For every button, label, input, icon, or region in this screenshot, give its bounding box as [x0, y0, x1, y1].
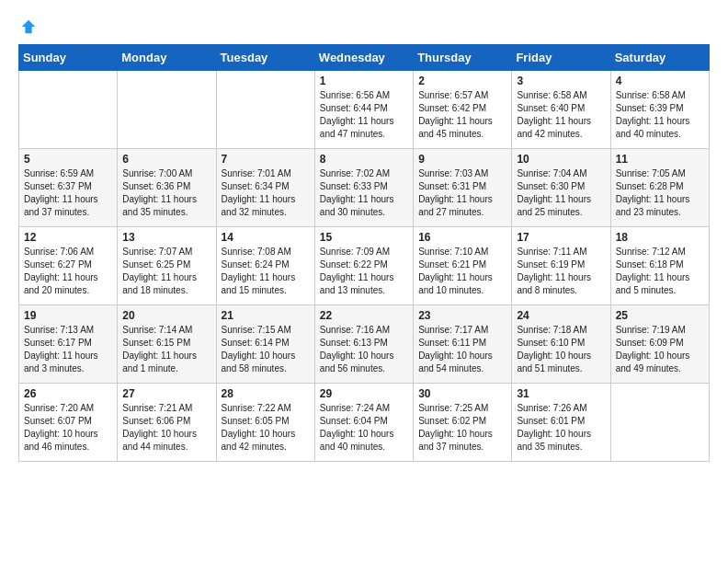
calendar-cell: 28Sunrise: 7:22 AM Sunset: 6:05 PM Dayli… — [216, 384, 314, 462]
day-number: 23 — [418, 309, 506, 322]
day-info: Sunrise: 7:07 AM Sunset: 6:25 PM Dayligh… — [122, 246, 210, 297]
day-number: 19 — [24, 309, 112, 322]
calendar-cell: 4Sunrise: 6:58 AM Sunset: 6:39 PM Daylig… — [610, 71, 709, 149]
day-info: Sunrise: 7:15 AM Sunset: 6:14 PM Dayligh… — [222, 324, 310, 375]
calendar-cell: 25Sunrise: 7:19 AM Sunset: 6:09 PM Dayli… — [610, 305, 709, 384]
day-info: Sunrise: 6:57 AM Sunset: 6:42 PM Dayligh… — [418, 89, 506, 141]
calendar-header-wednesday: Wednesday — [314, 45, 413, 71]
calendar-cell: 11Sunrise: 7:05 AM Sunset: 6:28 PM Dayli… — [610, 149, 709, 227]
day-info: Sunrise: 7:20 AM Sunset: 6:07 PM Dayligh… — [24, 402, 112, 454]
day-number: 15 — [320, 231, 408, 244]
day-info: Sunrise: 7:18 AM Sunset: 6:10 PM Dayligh… — [517, 324, 605, 375]
day-number: 13 — [122, 231, 210, 244]
day-number: 3 — [517, 75, 605, 87]
day-info: Sunrise: 7:10 AM Sunset: 6:21 PM Dayligh… — [418, 246, 506, 297]
calendar-week-row: 26Sunrise: 7:20 AM Sunset: 6:07 PM Dayli… — [19, 384, 710, 462]
day-number: 6 — [122, 153, 210, 166]
calendar-cell: 31Sunrise: 7:26 AM Sunset: 6:01 PM Dayli… — [512, 384, 610, 462]
day-number: 24 — [517, 309, 605, 322]
calendar-cell: 13Sunrise: 7:07 AM Sunset: 6:25 PM Dayli… — [118, 227, 216, 305]
day-info: Sunrise: 7:13 AM Sunset: 6:17 PM Dayligh… — [24, 324, 112, 375]
day-info: Sunrise: 7:14 AM Sunset: 6:15 PM Dayligh… — [122, 324, 210, 375]
day-number: 20 — [122, 309, 210, 322]
day-info: Sunrise: 7:22 AM Sunset: 6:05 PM Dayligh… — [222, 402, 310, 454]
calendar-cell: 3Sunrise: 6:58 AM Sunset: 6:40 PM Daylig… — [512, 71, 610, 149]
calendar-cell: 9Sunrise: 7:03 AM Sunset: 6:31 PM Daylig… — [414, 149, 512, 227]
day-number: 8 — [320, 153, 408, 166]
calendar-cell: 16Sunrise: 7:10 AM Sunset: 6:21 PM Dayli… — [414, 227, 512, 305]
day-number: 25 — [616, 309, 704, 322]
calendar-cell: 22Sunrise: 7:16 AM Sunset: 6:13 PM Dayli… — [314, 305, 413, 384]
day-info: Sunrise: 7:04 AM Sunset: 6:30 PM Dayligh… — [517, 167, 605, 219]
day-info: Sunrise: 7:06 AM Sunset: 6:27 PM Dayligh… — [24, 246, 112, 297]
day-number: 11 — [616, 153, 704, 166]
calendar-cell: 2Sunrise: 6:57 AM Sunset: 6:42 PM Daylig… — [414, 71, 512, 149]
calendar-cell: 19Sunrise: 7:13 AM Sunset: 6:17 PM Dayli… — [19, 305, 118, 384]
calendar-header-tuesday: Tuesday — [216, 45, 314, 71]
day-info: Sunrise: 7:17 AM Sunset: 6:11 PM Dayligh… — [418, 324, 506, 375]
day-info: Sunrise: 7:03 AM Sunset: 6:31 PM Dayligh… — [418, 167, 506, 219]
logo — [18, 18, 39, 35]
day-number: 14 — [222, 231, 310, 244]
day-info: Sunrise: 7:01 AM Sunset: 6:34 PM Dayligh… — [222, 167, 310, 219]
calendar-cell: 8Sunrise: 7:02 AM Sunset: 6:33 PM Daylig… — [314, 149, 413, 227]
calendar-header-thursday: Thursday — [414, 45, 512, 71]
day-info: Sunrise: 7:05 AM Sunset: 6:28 PM Dayligh… — [616, 167, 704, 219]
day-info: Sunrise: 7:21 AM Sunset: 6:06 PM Dayligh… — [122, 402, 210, 454]
calendar-header-row: SundayMondayTuesdayWednesdayThursdayFrid… — [19, 45, 710, 71]
calendar-cell: 17Sunrise: 7:11 AM Sunset: 6:19 PM Dayli… — [512, 227, 610, 305]
day-info: Sunrise: 7:11 AM Sunset: 6:19 PM Dayligh… — [517, 246, 605, 297]
day-number: 22 — [320, 309, 408, 322]
day-number: 29 — [320, 387, 408, 400]
calendar-cell — [19, 71, 118, 149]
day-number: 21 — [222, 309, 310, 322]
calendar-header-saturday: Saturday — [610, 45, 709, 71]
calendar-cell: 23Sunrise: 7:17 AM Sunset: 6:11 PM Dayli… — [414, 305, 512, 384]
calendar-cell: 15Sunrise: 7:09 AM Sunset: 6:22 PM Dayli… — [314, 227, 413, 305]
calendar-cell: 26Sunrise: 7:20 AM Sunset: 6:07 PM Dayli… — [19, 384, 118, 462]
calendar-week-row: 19Sunrise: 7:13 AM Sunset: 6:17 PM Dayli… — [19, 305, 710, 384]
day-number: 12 — [24, 231, 112, 244]
day-number: 28 — [222, 387, 310, 400]
page-header — [18, 18, 710, 35]
day-info: Sunrise: 7:25 AM Sunset: 6:02 PM Dayligh… — [418, 402, 506, 454]
calendar-cell: 6Sunrise: 7:00 AM Sunset: 6:36 PM Daylig… — [118, 149, 216, 227]
day-info: Sunrise: 6:56 AM Sunset: 6:44 PM Dayligh… — [320, 89, 408, 141]
day-number: 27 — [122, 387, 210, 400]
day-info: Sunrise: 7:12 AM Sunset: 6:18 PM Dayligh… — [616, 246, 704, 297]
day-number: 1 — [320, 75, 408, 87]
calendar-cell: 5Sunrise: 6:59 AM Sunset: 6:37 PM Daylig… — [19, 149, 118, 227]
calendar-cell: 7Sunrise: 7:01 AM Sunset: 6:34 PM Daylig… — [216, 149, 314, 227]
calendar-cell — [216, 71, 314, 149]
calendar-header-monday: Monday — [118, 45, 216, 71]
day-number: 10 — [517, 153, 605, 166]
svg-marker-0 — [22, 20, 35, 33]
day-info: Sunrise: 7:09 AM Sunset: 6:22 PM Dayligh… — [320, 246, 408, 297]
calendar-header-friday: Friday — [512, 45, 610, 71]
calendar-cell: 30Sunrise: 7:25 AM Sunset: 6:02 PM Dayli… — [414, 384, 512, 462]
logo-icon — [20, 18, 37, 35]
day-info: Sunrise: 7:08 AM Sunset: 6:24 PM Dayligh… — [222, 246, 310, 297]
calendar-cell: 14Sunrise: 7:08 AM Sunset: 6:24 PM Dayli… — [216, 227, 314, 305]
calendar-cell: 12Sunrise: 7:06 AM Sunset: 6:27 PM Dayli… — [19, 227, 118, 305]
day-info: Sunrise: 7:24 AM Sunset: 6:04 PM Dayligh… — [320, 402, 408, 454]
day-info: Sunrise: 7:16 AM Sunset: 6:13 PM Dayligh… — [320, 324, 408, 375]
calendar-cell: 20Sunrise: 7:14 AM Sunset: 6:15 PM Dayli… — [118, 305, 216, 384]
calendar-cell — [118, 71, 216, 149]
day-number: 5 — [24, 153, 112, 166]
day-info: Sunrise: 7:19 AM Sunset: 6:09 PM Dayligh… — [616, 324, 704, 375]
calendar-cell: 27Sunrise: 7:21 AM Sunset: 6:06 PM Dayli… — [118, 384, 216, 462]
day-number: 18 — [616, 231, 704, 244]
calendar-cell: 10Sunrise: 7:04 AM Sunset: 6:30 PM Dayli… — [512, 149, 610, 227]
day-number: 31 — [517, 387, 605, 400]
day-info: Sunrise: 7:26 AM Sunset: 6:01 PM Dayligh… — [517, 402, 605, 454]
day-number: 26 — [24, 387, 112, 400]
day-number: 2 — [418, 75, 506, 87]
day-number: 9 — [418, 153, 506, 166]
day-info: Sunrise: 6:59 AM Sunset: 6:37 PM Dayligh… — [24, 167, 112, 219]
calendar-table: SundayMondayTuesdayWednesdayThursdayFrid… — [18, 44, 710, 462]
day-number: 7 — [222, 153, 310, 166]
calendar-week-row: 5Sunrise: 6:59 AM Sunset: 6:37 PM Daylig… — [19, 149, 710, 227]
calendar-cell: 18Sunrise: 7:12 AM Sunset: 6:18 PM Dayli… — [610, 227, 709, 305]
day-info: Sunrise: 7:00 AM Sunset: 6:36 PM Dayligh… — [122, 167, 210, 219]
